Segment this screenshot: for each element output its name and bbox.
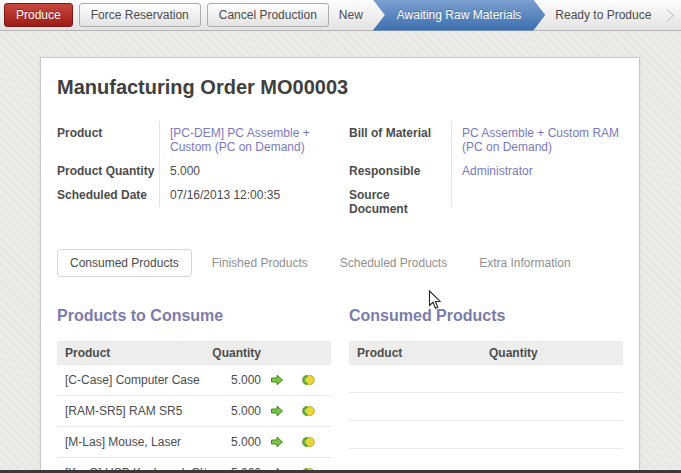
products-to-consume-section: Products to Consume Product Quantity [C-… bbox=[57, 307, 331, 473]
toolbar: Produce Force Reservation Cancel Product… bbox=[0, 0, 681, 31]
product-cell: [RAM-SR5] RAM SR5 bbox=[65, 404, 206, 418]
tab-content: Products to Consume Product Quantity [C-… bbox=[57, 307, 623, 473]
status-step-production-started[interactable]: Production Started bbox=[674, 0, 681, 31]
products-to-consume-table: Product Quantity [C-Case] Computer Case5… bbox=[57, 341, 331, 473]
scrap-icon[interactable] bbox=[292, 435, 323, 449]
cancel-production-button[interactable]: Cancel Production bbox=[207, 3, 329, 27]
field-groups: Product [PC-DEM] PC Assemble + Custom (P… bbox=[57, 121, 623, 221]
column-header-product: Product bbox=[65, 346, 206, 360]
force-reservation-button[interactable]: Force Reservation bbox=[79, 3, 201, 27]
status-step-new[interactable]: New bbox=[329, 0, 373, 31]
status-step-awaiting-raw-materials[interactable]: Awaiting Raw Materials bbox=[373, 0, 546, 31]
scheduled-date-value: 07/16/2013 12:00:35 bbox=[159, 183, 331, 207]
field-group-left: Product [PC-DEM] PC Assemble + Custom (P… bbox=[57, 121, 331, 221]
tab-consumed-products[interactable]: Consumed Products bbox=[57, 249, 192, 277]
statusbar: New Awaiting Raw Materials Ready to Prod… bbox=[329, 0, 681, 31]
chevron-right-icon bbox=[662, 9, 675, 22]
column-header-product: Product bbox=[357, 346, 489, 360]
section-heading: Consumed Products bbox=[349, 307, 623, 325]
tab-extra-information[interactable]: Extra Information bbox=[467, 250, 582, 276]
quantity-cell: 5.000 bbox=[206, 373, 261, 387]
quantity-cell: 5.000 bbox=[206, 435, 261, 449]
column-header-quantity: Quantity bbox=[206, 346, 261, 360]
consume-icon[interactable] bbox=[261, 435, 292, 449]
column-header-actions bbox=[261, 346, 323, 360]
source-document-value[interactable] bbox=[451, 183, 623, 207]
empty-row bbox=[349, 393, 623, 421]
table-row[interactable]: [C-Case] Computer Case5.000 bbox=[57, 365, 331, 395]
table-row[interactable]: [RAM-SR5] RAM SR55.000 bbox=[57, 395, 331, 426]
product-label: Product bbox=[57, 121, 159, 145]
quantity-cell: 5.000 bbox=[206, 404, 261, 418]
empty-row bbox=[349, 365, 623, 393]
responsible-label: Responsible bbox=[349, 159, 451, 183]
produce-button[interactable]: Produce bbox=[4, 3, 73, 27]
bill-of-material-label: Bill of Material bbox=[349, 121, 451, 145]
scheduled-date-label: Scheduled Date bbox=[57, 183, 159, 207]
consume-table-body: [C-Case] Computer Case5.000[RAM-SR5] RAM… bbox=[57, 365, 331, 473]
responsible-value[interactable]: Administrator bbox=[451, 159, 623, 183]
tab-scheduled-products[interactable]: Scheduled Products bbox=[328, 250, 459, 276]
field-group-right: Bill of Material PC Assemble + Custom RA… bbox=[349, 121, 623, 221]
scrap-icon[interactable] bbox=[292, 404, 323, 418]
product-value[interactable]: [PC-DEM] PC Assemble + Custom (PC on Dem… bbox=[159, 121, 331, 159]
column-header-quantity: Quantity bbox=[489, 346, 615, 360]
product-quantity-label: Product Quantity bbox=[57, 159, 159, 183]
consumed-products-section: Consumed Products Product Quantity bbox=[349, 307, 623, 473]
tab-finished-products[interactable]: Finished Products bbox=[200, 250, 320, 276]
form-sheet: Manufacturing Order MO00003 Product [PC-… bbox=[40, 57, 640, 473]
product-quantity-value: 5.000 bbox=[159, 159, 331, 183]
page-title: Manufacturing Order MO00003 bbox=[57, 76, 623, 99]
notebook-tabs: Consumed Products Finished Products Sche… bbox=[57, 249, 623, 277]
consume-icon[interactable] bbox=[261, 373, 292, 387]
consumed-products-table: Product Quantity bbox=[349, 341, 623, 449]
consumed-table-body bbox=[349, 365, 623, 449]
product-cell: [C-Case] Computer Case bbox=[65, 373, 206, 387]
consume-icon[interactable] bbox=[261, 404, 292, 418]
product-cell: [M-Las] Mouse, Laser bbox=[65, 435, 206, 449]
table-header: Product Quantity bbox=[349, 341, 623, 365]
scrap-icon[interactable] bbox=[292, 373, 323, 387]
table-row[interactable]: [M-Las] Mouse, Laser5.000 bbox=[57, 426, 331, 457]
bill-of-material-value[interactable]: PC Assemble + Custom RAM (PC on Demand) bbox=[451, 121, 623, 159]
status-step-ready-to-produce[interactable]: Ready to Produce bbox=[545, 0, 661, 31]
source-document-label: Source Document bbox=[349, 183, 451, 221]
action-buttons: Produce Force Reservation Cancel Product… bbox=[0, 3, 329, 27]
table-header: Product Quantity bbox=[57, 341, 331, 365]
section-heading: Products to Consume bbox=[57, 307, 331, 325]
empty-row bbox=[349, 421, 623, 449]
